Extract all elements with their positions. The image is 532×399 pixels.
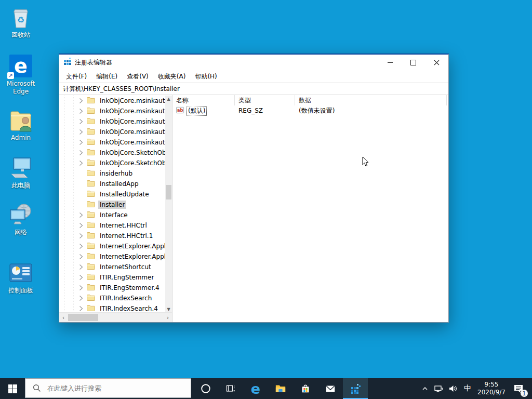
taskbar-button-store[interactable] bbox=[293, 378, 318, 399]
scroll-right-icon[interactable]: › bbox=[164, 313, 172, 322]
maximize-button[interactable] bbox=[402, 55, 425, 70]
column-header-0[interactable]: 名称 bbox=[172, 95, 235, 105]
tree-horizontal-scrollbar[interactable]: ‹ › bbox=[59, 312, 172, 322]
value-data: (数值未设置) bbox=[295, 107, 447, 115]
value-row[interactable]: ab(默认)REG_SZ(数值未设置) bbox=[172, 105, 448, 116]
tree-item-label: Internet.HHCtrl.1 bbox=[98, 232, 154, 240]
tree-item-InternetExplorer.Appl[interactable]: InternetExplorer.Appl bbox=[59, 251, 165, 262]
tree-item-ITIR.EngStemmer[interactable]: ITIR.EngStemmer bbox=[59, 272, 165, 283]
maximize-icon bbox=[410, 60, 416, 65]
menu-item-3[interactable]: 收藏夹(A) bbox=[153, 72, 191, 81]
address-bar[interactable]: 计算机\HKEY_CLASSES_ROOT\Installer bbox=[59, 83, 448, 95]
expand-chevron-icon[interactable] bbox=[79, 212, 85, 218]
folder-icon bbox=[87, 294, 98, 302]
expand-chevron-icon[interactable] bbox=[79, 285, 85, 291]
tree-item-Internet.HHCtrl[interactable]: Internet.HHCtrl bbox=[59, 220, 165, 231]
clock-date: 2020/9/7 bbox=[477, 389, 506, 396]
tree-item-label: ITIR.EngStemmer.4 bbox=[98, 284, 161, 292]
scroll-up-icon[interactable]: ▲ bbox=[165, 96, 172, 102]
expand-chevron-icon[interactable] bbox=[79, 243, 85, 249]
menu-item-2[interactable]: 查看(V) bbox=[122, 72, 153, 81]
network-tray-button[interactable] bbox=[431, 378, 446, 399]
tree-item-Installer[interactable]: Installer bbox=[59, 200, 165, 210]
tree-item-ITIR.IndexSearch.4[interactable]: ITIR.IndexSearch.4 bbox=[59, 303, 165, 313]
column-header-2[interactable]: 数据 bbox=[295, 95, 447, 105]
expand-chevron-icon[interactable] bbox=[79, 118, 85, 125]
value-type: REG_SZ bbox=[235, 107, 295, 114]
tree-item-ITIR.EngStemmer.4[interactable]: ITIR.EngStemmer.4 bbox=[59, 283, 165, 293]
taskbar-button-task-view[interactable] bbox=[218, 378, 243, 399]
expand-chevron-icon[interactable] bbox=[79, 160, 85, 166]
tree-item-InkObjCore.msinkaut[interactable]: InkObjCore.msinkaut bbox=[59, 106, 165, 116]
tree-item-InkObjCore.msinkaut[interactable]: InkObjCore.msinkaut bbox=[59, 96, 165, 106]
clock-time: 9:55 bbox=[477, 381, 506, 389]
start-button[interactable] bbox=[0, 378, 25, 399]
tree-item-InkObjCore.msinkaut[interactable]: InkObjCore.msinkaut bbox=[59, 116, 165, 127]
tree-item-InkObjCore.SketchOb[interactable]: InkObjCore.SketchOb bbox=[59, 158, 165, 168]
tree-item-InkObjCore.SketchOb[interactable]: InkObjCore.SketchOb bbox=[59, 148, 165, 158]
taskbar-button-edge[interactable]: e bbox=[243, 378, 268, 399]
expand-chevron-icon[interactable] bbox=[79, 98, 85, 104]
folder-icon bbox=[87, 221, 98, 230]
hidden-icons-button[interactable] bbox=[419, 378, 431, 399]
value-list: ab(默认)REG_SZ(数值未设置) bbox=[172, 105, 448, 116]
expand-chevron-icon[interactable] bbox=[79, 150, 85, 156]
expand-chevron-icon[interactable] bbox=[79, 222, 85, 229]
desktop-icon-recycle-bin[interactable]: ♻回收站 bbox=[1, 4, 41, 39]
minimize-button[interactable] bbox=[378, 55, 402, 70]
column-header-1[interactable]: 类型 bbox=[235, 95, 295, 105]
desktop-icon-this-pc[interactable]: 此电脑 bbox=[1, 155, 41, 190]
volume-tray-button[interactable] bbox=[446, 378, 460, 399]
tree-item-InternetShortcut[interactable]: InternetShortcut bbox=[59, 262, 165, 272]
tree-item-Interface[interactable]: Interface bbox=[59, 210, 165, 220]
expand-chevron-icon[interactable] bbox=[79, 274, 85, 281]
desktop-icon-network[interactable]: 网络 bbox=[1, 202, 41, 236]
ime-indicator[interactable]: 中 bbox=[460, 378, 475, 399]
desktop-icon-microsoft-edge[interactable]: e↗Microsoft Edge bbox=[1, 53, 41, 96]
tree-item-InternetExplorer.Appl[interactable]: InternetExplorer.Appl bbox=[59, 241, 165, 251]
expand-chevron-icon[interactable] bbox=[79, 264, 85, 270]
taskbar-button-file-explorer[interactable] bbox=[268, 378, 293, 399]
desktop-icon-control-panel[interactable]: 控制面板 bbox=[1, 260, 41, 295]
tree-item-label: InkObjCore.SketchOb bbox=[98, 159, 165, 167]
desktop-icon-admin[interactable]: Admin bbox=[1, 107, 41, 142]
expand-chevron-icon[interactable] bbox=[79, 305, 85, 312]
expand-chevron-icon[interactable] bbox=[79, 139, 85, 145]
tree-item-Internet.HHCtrl.1[interactable]: Internet.HHCtrl.1 bbox=[59, 231, 165, 241]
menu-item-4[interactable]: 帮助(H) bbox=[190, 72, 221, 81]
tree-item-InkObjCore.msinkaut[interactable]: InkObjCore.msinkaut bbox=[59, 127, 165, 137]
action-center-button[interactable]: 1 bbox=[508, 378, 529, 399]
search-input[interactable] bbox=[46, 384, 178, 393]
task-view-icon bbox=[225, 383, 236, 394]
taskbar-search[interactable] bbox=[25, 378, 191, 398]
tree-item-InstalledUpdate[interactable]: InstalledUpdate bbox=[59, 189, 165, 200]
scroll-left-icon[interactable]: ‹ bbox=[59, 313, 68, 322]
tree-item-label: ITIR.IndexSearch bbox=[98, 294, 153, 302]
vertical-scroll-thumb[interactable] bbox=[166, 185, 171, 200]
tree-connector bbox=[79, 202, 85, 208]
menu-item-0[interactable]: 文件(F) bbox=[61, 72, 91, 81]
expand-chevron-icon[interactable] bbox=[79, 108, 85, 114]
folder-icon bbox=[87, 201, 98, 209]
folder-icon bbox=[87, 138, 98, 147]
expand-chevron-icon[interactable] bbox=[79, 233, 85, 239]
taskbar-clock[interactable]: 9:55 2020/9/7 bbox=[475, 378, 508, 399]
title-bar[interactable]: 注册表编辑器 bbox=[59, 55, 448, 70]
tree-item-InstalledApp[interactable]: InstalledApp bbox=[59, 179, 165, 189]
tree-vertical-scrollbar[interactable]: ▲ ▼ bbox=[165, 96, 172, 313]
tree-item-ITIR.IndexSearch[interactable]: ITIR.IndexSearch bbox=[59, 293, 165, 303]
taskbar-button-registry-editor[interactable] bbox=[343, 378, 368, 399]
expand-chevron-icon[interactable] bbox=[79, 254, 85, 260]
horizontal-scroll-thumb[interactable] bbox=[68, 314, 98, 321]
close-button[interactable] bbox=[425, 55, 448, 70]
desktop-icon-label: Microsoft Edge bbox=[1, 80, 41, 96]
tree-item-insiderhub[interactable]: insiderhub bbox=[59, 168, 165, 179]
cortana-icon bbox=[200, 383, 211, 394]
expand-chevron-icon[interactable] bbox=[79, 295, 85, 301]
menu-item-1[interactable]: 编辑(E) bbox=[91, 72, 122, 81]
taskbar-button-cortana[interactable] bbox=[193, 378, 218, 399]
expand-chevron-icon[interactable] bbox=[79, 129, 85, 135]
taskbar-button-mail[interactable] bbox=[318, 378, 343, 399]
tree-item-InkObjCore.msinkaut[interactable]: InkObjCore.msinkaut bbox=[59, 137, 165, 148]
folder-icon bbox=[87, 107, 98, 115]
